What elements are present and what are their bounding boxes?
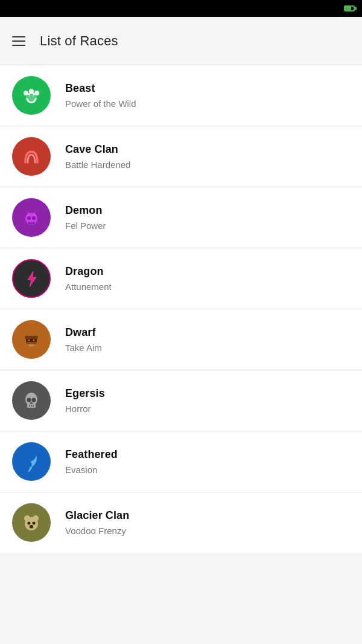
race-ability: Power of the Wild — [65, 98, 136, 109]
race-avatar-glacier-clan — [12, 503, 51, 542]
svg-point-28 — [33, 515, 39, 521]
race-name: Egersis — [65, 387, 105, 400]
list-item[interactable]: Demon Fel Power — [0, 187, 362, 248]
svg-point-1 — [24, 91, 28, 95]
race-ability: Horror — [65, 404, 105, 414]
status-bar — [0, 0, 362, 17]
race-info-dragon: Dragon Attunement — [65, 265, 112, 292]
race-info-glacier-clan: Glacier Clan Voodoo Frenzy — [65, 509, 129, 536]
svg-point-3 — [34, 91, 39, 95]
svg-point-12 — [32, 216, 36, 220]
svg-point-19 — [28, 340, 30, 341]
list-item[interactable]: Egersis Horror — [0, 370, 362, 431]
race-avatar-dwarf — [12, 320, 51, 359]
race-info-demon: Demon Fel Power — [65, 204, 106, 231]
race-ability: Fel Power — [65, 221, 106, 231]
race-avatar-egersis — [12, 381, 51, 420]
list-item[interactable]: Glacier Clan Voodoo Frenzy — [0, 492, 362, 553]
list-item[interactable]: Feathered Evasion — [0, 431, 362, 492]
race-info-beast: Beast Power of the Wild — [65, 82, 136, 109]
race-avatar-dragon — [12, 259, 51, 298]
svg-rect-18 — [26, 339, 37, 342]
race-list: Beast Power of the Wild Cave Clan Battle… — [0, 65, 362, 553]
list-item[interactable]: Dragon Attunement — [0, 248, 362, 309]
list-item[interactable]: Dwarf Take Aim — [0, 309, 362, 370]
race-info-feathered: Feathered Evasion — [65, 448, 118, 475]
race-avatar-cave-clan — [12, 137, 51, 176]
race-ability: Voodoo Frenzy — [65, 526, 129, 536]
race-name: Cave Clan — [65, 143, 130, 156]
race-avatar-feathered — [12, 442, 51, 481]
race-info-cave-clan: Cave Clan Battle Hardened — [65, 143, 130, 170]
app-bar: List of Races — [0, 17, 362, 65]
race-avatar-demon — [12, 198, 51, 237]
race-ability: Take Aim — [65, 343, 102, 353]
race-ability: Attunement — [65, 282, 112, 292]
page-title: List of Races — [40, 33, 118, 49]
race-name: Demon — [65, 204, 106, 217]
svg-rect-17 — [25, 336, 38, 339]
hamburger-menu-icon[interactable] — [12, 36, 25, 46]
race-info-egersis: Egersis Horror — [65, 387, 105, 414]
svg-point-11 — [27, 216, 31, 220]
race-name: Beast — [65, 82, 136, 95]
race-info-dwarf: Dwarf Take Aim — [65, 326, 102, 353]
battery-icon — [344, 5, 355, 11]
svg-point-25 — [30, 402, 33, 404]
race-name: Glacier Clan — [65, 509, 129, 522]
list-item[interactable]: Cave Clan Battle Hardened — [0, 126, 362, 187]
race-name: Dwarf — [65, 326, 102, 339]
svg-point-27 — [24, 515, 30, 521]
svg-point-24 — [32, 398, 36, 402]
svg-point-30 — [33, 522, 36, 525]
svg-point-20 — [33, 340, 35, 341]
svg-point-7 — [28, 97, 34, 101]
svg-point-23 — [27, 398, 31, 402]
race-ability: Evasion — [65, 465, 118, 475]
svg-point-29 — [28, 522, 31, 525]
race-avatar-beast — [12, 76, 51, 115]
svg-point-31 — [30, 525, 33, 527]
race-ability: Battle Hardened — [65, 159, 130, 170]
race-name: Dragon — [65, 265, 112, 278]
list-item[interactable]: Beast Power of the Wild — [0, 65, 362, 126]
svg-point-2 — [29, 89, 34, 94]
race-name: Feathered — [65, 448, 118, 461]
